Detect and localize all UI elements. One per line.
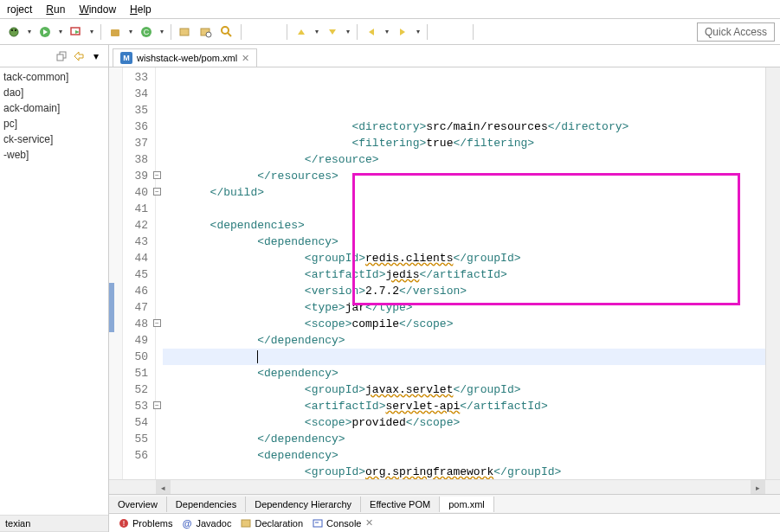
editor-tabs: M wishstack-web/pom.xml ✕ xyxy=(109,45,780,67)
code-line[interactable]: <type>jar</type> xyxy=(163,299,765,316)
external-tools-icon[interactable] xyxy=(68,23,85,41)
dropdown-icon[interactable]: ▾ xyxy=(158,28,165,35)
menu-window[interactable]: Window xyxy=(72,2,123,17)
code-line[interactable]: <filtering>true</filtering> xyxy=(163,135,765,151)
run-icon[interactable] xyxy=(36,23,54,41)
menu-help[interactable]: Help xyxy=(123,2,158,17)
tree-item[interactable]: ack-domain] xyxy=(0,100,108,116)
svg-point-2 xyxy=(15,29,16,31)
svg-text:C: C xyxy=(144,28,150,36)
code-line[interactable]: <scope>compile</scope> xyxy=(163,316,765,332)
open-task-icon[interactable] xyxy=(197,23,215,41)
vertical-scrollbar[interactable] xyxy=(765,67,780,479)
code-line[interactable]: <dependencies> xyxy=(163,217,765,234)
code-line[interactable]: <groupId>javax.servlet</groupId> xyxy=(163,381,765,398)
code-line[interactable] xyxy=(163,201,765,217)
dropdown-icon[interactable]: ▾ xyxy=(26,28,33,35)
code-line[interactable]: <dependency> xyxy=(163,234,765,250)
forward-icon[interactable] xyxy=(394,23,411,41)
project-tree[interactable]: tack-common]dao]ack-domain]pc]ck-service… xyxy=(0,67,108,445)
prev-annotation-icon[interactable] xyxy=(293,23,310,41)
search-icon[interactable] xyxy=(218,23,235,41)
code-line[interactable]: </dependency> xyxy=(163,431,765,447)
menu-roject[interactable]: roject xyxy=(0,2,39,17)
svg-rect-26 xyxy=(313,520,322,527)
code-line[interactable]: <artifactId>jedis</artifactId> xyxy=(163,266,765,283)
new-package-icon[interactable] xyxy=(106,23,124,41)
next-annotation-icon[interactable] xyxy=(324,23,341,41)
collapse-all-icon[interactable] xyxy=(55,49,68,63)
svg-text:@: @ xyxy=(183,518,192,529)
dropdown-icon[interactable]: ▾ xyxy=(384,28,390,35)
dropdown-icon[interactable]: ▾ xyxy=(313,28,320,35)
code-line[interactable]: <directory>src/main/resources</directory… xyxy=(163,119,765,135)
code-line[interactable]: <version>2.7.2</version> xyxy=(163,283,765,299)
scroll-right-icon[interactable]: ▸ xyxy=(751,480,765,495)
code-area[interactable]: <directory>src/main/resources</directory… xyxy=(156,67,765,479)
dropdown-icon[interactable]: ▾ xyxy=(57,28,64,35)
code-line[interactable]: </resources> xyxy=(163,168,765,184)
code-line[interactable]: <groupId>redis.clients</groupId> xyxy=(163,250,765,266)
menu-run[interactable]: Run xyxy=(39,2,72,17)
line-number-gutter: 33343536373839−40−4142434445464748−49505… xyxy=(123,67,156,479)
scroll-left-icon[interactable]: ◂ xyxy=(156,480,171,495)
code-line[interactable]: </resource> xyxy=(163,151,765,168)
code-line[interactable]: <groupId>org.springframework</groupId> xyxy=(163,464,765,479)
svg-text:!: ! xyxy=(123,519,126,528)
open-type-icon[interactable] xyxy=(177,23,194,41)
views-bar: !Problems@JavadocDeclarationConsole✕ xyxy=(109,513,780,532)
main-toolbar: ▾ ▾ ▾ ▾ C ▾ ▾ ▾ ▾ ▾ Quick Access xyxy=(0,19,780,45)
dropdown-icon[interactable]: ▾ xyxy=(88,28,95,35)
view-declaration[interactable]: Declaration xyxy=(236,516,306,531)
working-set[interactable]: texian xyxy=(0,515,108,532)
tree-item[interactable]: -web] xyxy=(0,147,108,163)
editor-tab-pom[interactable]: M wishstack-web/pom.xml ✕ xyxy=(113,48,257,67)
bottom-tab-dependencies[interactable]: Dependencies xyxy=(167,497,246,512)
tree-item[interactable]: pc] xyxy=(0,116,108,131)
code-editor[interactable]: 33343536373839−40−4142434445464748−49505… xyxy=(109,67,780,479)
pom-editor-tabs: OverviewDependenciesDependency Hierarchy… xyxy=(109,494,780,513)
svg-marker-18 xyxy=(400,29,405,35)
code-line[interactable]: <scope>provided</scope> xyxy=(163,414,765,431)
close-icon[interactable]: ✕ xyxy=(242,53,249,64)
back-icon[interactable] xyxy=(363,23,380,41)
view-javadoc[interactable]: @Javadoc xyxy=(177,516,235,531)
view-menu-icon[interactable]: ▾ xyxy=(89,49,103,63)
quick-access-input[interactable]: Quick Access xyxy=(697,22,775,42)
tab-label: wishstack-web/pom.xml xyxy=(137,53,237,63)
close-icon[interactable]: ✕ xyxy=(365,517,373,529)
bottom-tab-overview[interactable]: Overview xyxy=(109,497,167,512)
svg-marker-16 xyxy=(329,29,336,35)
link-editor-icon[interactable] xyxy=(72,49,86,63)
debug-icon[interactable] xyxy=(5,23,23,41)
view-console[interactable]: Console✕ xyxy=(308,516,377,531)
bottom-tab-effective-pom[interactable]: Effective POM xyxy=(361,497,440,512)
horizontal-scrollbar[interactable]: ◂ ▸ xyxy=(109,479,780,494)
svg-line-14 xyxy=(228,33,231,36)
package-explorer: ▾ tack-common]dao]ack-domain]pc]ck-servi… xyxy=(0,45,109,532)
tree-item[interactable]: ck-service] xyxy=(0,131,108,147)
maven-file-icon: M xyxy=(120,52,132,64)
view-problems[interactable]: !Problems xyxy=(114,516,176,531)
bottom-tab-pom.xml[interactable]: pom.xml xyxy=(440,497,494,512)
svg-rect-20 xyxy=(57,54,63,61)
problems-icon: ! xyxy=(118,517,130,529)
dropdown-icon[interactable]: ▾ xyxy=(345,28,351,35)
svg-point-1 xyxy=(11,29,13,31)
code-line[interactable] xyxy=(163,349,765,365)
tree-item[interactable]: dao] xyxy=(0,85,108,100)
code-line[interactable]: <artifactId>servlet-api</artifactId> xyxy=(163,398,765,414)
editor-ruler xyxy=(109,67,123,479)
code-line[interactable]: <dependency> xyxy=(163,365,765,381)
code-line[interactable]: <dependency> xyxy=(163,447,765,464)
dropdown-icon[interactable]: ▾ xyxy=(415,28,422,35)
code-line[interactable]: </dependency> xyxy=(163,332,765,349)
code-line[interactable]: </build> xyxy=(163,184,765,201)
tree-item[interactable]: tack-common] xyxy=(0,69,108,85)
bottom-tab-dependency-hierarchy[interactable]: Dependency Hierarchy xyxy=(246,497,361,512)
svg-point-0 xyxy=(10,28,18,36)
dropdown-icon[interactable]: ▾ xyxy=(127,28,134,35)
new-class-icon[interactable]: C xyxy=(138,23,155,41)
svg-rect-10 xyxy=(180,29,189,35)
svg-point-13 xyxy=(222,27,229,34)
